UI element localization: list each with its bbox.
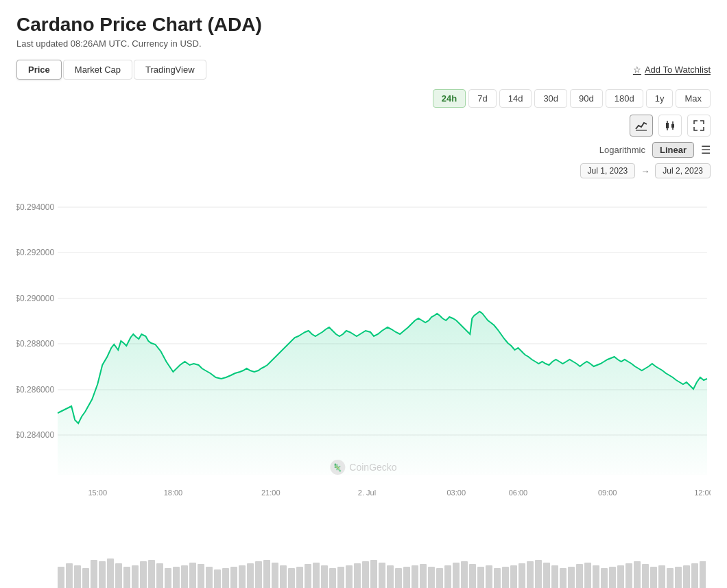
svg-text:15:00: 15:00 [88,489,107,497]
svg-rect-58 [313,563,320,588]
svg-rect-1 [666,123,669,128]
svg-rect-81 [502,567,509,588]
time-btn-14d[interactable]: 14d [499,89,532,108]
svg-text:12:00: 12:00 [694,489,711,497]
svg-rect-89 [568,567,575,588]
svg-rect-91 [584,563,591,588]
svg-rect-61 [337,567,344,588]
svg-rect-97 [634,561,641,588]
main-tabs: Price Market Cap TradingView [16,60,206,80]
svg-rect-101 [667,568,674,588]
svg-rect-51 [255,561,262,588]
header-row: Price Market Cap TradingView ☆ Add To Wa… [16,60,711,80]
svg-rect-83 [519,563,525,588]
svg-text:$0.292000: $0.292000 [16,248,54,257]
svg-rect-64 [362,561,369,588]
svg-rect-47 [222,568,229,588]
page-title: Cardano Price Chart (ADA) [16,14,711,36]
svg-rect-98 [642,564,649,588]
time-btn-30d[interactable]: 30d [534,89,567,108]
svg-rect-34 [115,563,122,588]
svg-text:03:00: 03:00 [446,489,466,497]
svg-rect-31 [91,560,97,588]
tab-marketcap[interactable]: Market Cap [63,60,132,80]
svg-rect-56 [296,567,303,588]
svg-rect-82 [510,565,517,588]
svg-rect-62 [346,565,353,588]
time-btn-max[interactable]: Max [676,89,711,108]
add-to-watchlist-button[interactable]: ☆ Add To Watchlist [633,64,711,75]
svg-rect-60 [329,568,336,588]
menu-icon[interactable]: ☰ [701,143,711,156]
svg-rect-86 [543,563,550,588]
svg-rect-94 [609,567,616,588]
svg-rect-53 [272,563,278,588]
tab-tradingview[interactable]: TradingView [134,60,206,80]
svg-rect-105 [700,561,706,588]
svg-rect-59 [321,565,328,588]
logarithmic-label: Logarithmic [599,145,645,155]
price-fill [58,311,707,475]
svg-rect-33 [107,558,114,588]
time-btn-1y[interactable]: 1y [646,89,674,108]
svg-rect-63 [354,563,361,588]
date-end[interactable]: Jul 2, 2023 [655,163,711,178]
svg-text:$0.288000: $0.288000 [16,339,54,349]
svg-rect-75 [453,563,460,588]
svg-rect-37 [140,561,147,588]
svg-rect-95 [617,565,624,588]
svg-rect-46 [214,569,221,588]
line-chart-button[interactable] [630,115,653,137]
time-btn-24h[interactable]: 24h [433,89,466,108]
svg-rect-85 [535,560,542,588]
svg-rect-44 [198,564,204,588]
expand-chart-button[interactable] [687,115,711,137]
svg-rect-29 [74,565,81,588]
price-chart-svg: $0.294000 $0.292000 $0.290000 $0.288000 … [16,187,711,516]
svg-rect-55 [288,568,295,588]
svg-rect-87 [551,565,558,588]
svg-rect-27 [58,567,64,588]
chart-controls [16,115,711,137]
svg-text:21:00: 21:00 [261,489,281,497]
main-chart: $0.294000 $0.292000 $0.290000 $0.288000 … [16,187,711,516]
svg-rect-69 [403,567,410,588]
svg-rect-96 [625,563,632,588]
svg-rect-84 [527,561,534,588]
svg-text:$0.290000: $0.290000 [16,294,54,303]
svg-text:09:00: 09:00 [598,489,617,497]
time-btn-7d[interactable]: 7d [468,89,496,108]
svg-rect-90 [576,564,583,588]
scale-selector-row: Logarithmic Linear ☰ [16,142,711,158]
candlestick-chart-button[interactable] [658,115,682,137]
svg-rect-54 [280,565,287,588]
time-range-group: 24h 7d 14d 30d 90d 180d 1y Max [433,89,711,108]
star-icon: ☆ [633,64,641,75]
svg-rect-77 [469,564,476,588]
svg-text:18:00: 18:00 [164,489,183,497]
time-btn-90d[interactable]: 90d [570,89,603,108]
svg-rect-74 [444,565,451,588]
svg-text:2. Jul: 2. Jul [358,489,376,497]
mini-bars-svg [58,553,706,588]
date-start[interactable]: Jul 1, 2023 [580,163,636,178]
svg-rect-42 [181,565,188,588]
svg-rect-70 [412,565,418,588]
svg-rect-93 [601,568,608,588]
time-btn-180d[interactable]: 180d [606,89,643,108]
mini-bars [16,553,711,588]
svg-rect-65 [370,560,377,588]
svg-rect-36 [132,565,139,588]
linear-scale-button[interactable]: Linear [652,142,694,158]
svg-rect-104 [691,563,698,588]
svg-rect-68 [395,568,402,588]
svg-rect-103 [683,565,690,588]
svg-rect-67 [387,565,394,588]
svg-rect-80 [494,568,501,588]
svg-rect-99 [650,567,657,588]
svg-rect-100 [658,565,665,588]
date-arrow: → [641,166,649,176]
tab-price[interactable]: Price [16,60,62,80]
svg-text:06:00: 06:00 [509,489,528,497]
svg-rect-40 [165,568,171,588]
